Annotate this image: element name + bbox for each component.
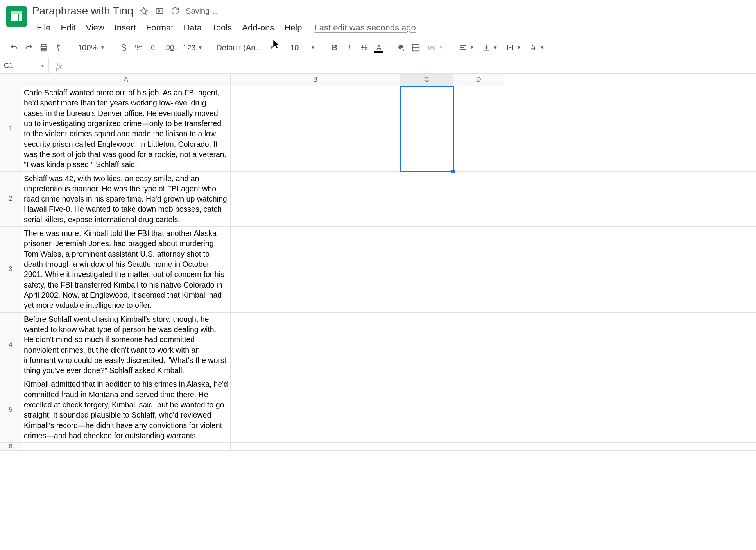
cell-b5[interactable] — [231, 377, 400, 442]
cell-d5[interactable] — [453, 377, 504, 442]
menu-data[interactable]: Data — [179, 21, 206, 34]
row-header[interactable]: 3 — [0, 227, 21, 312]
cell-b4[interactable] — [231, 312, 400, 377]
cell-a6[interactable] — [21, 443, 231, 450]
merge-button[interactable]: ▼ — [424, 40, 447, 55]
name-box[interactable]: ▼ — [0, 58, 49, 73]
formula-bar-input[interactable] — [69, 58, 756, 73]
decrease-decimal-button[interactable]: .0← — [147, 40, 161, 55]
saving-status: Saving… — [186, 7, 217, 16]
cell-b3[interactable] — [231, 227, 400, 312]
column-header-d[interactable]: D — [453, 74, 504, 86]
menu-file[interactable]: File — [32, 21, 55, 34]
cell-c3[interactable] — [400, 227, 453, 312]
cell-d4[interactable] — [453, 312, 504, 377]
cell-a3[interactable]: There was more: Kimball told the FBI tha… — [21, 227, 231, 312]
row-header[interactable]: 6 — [0, 443, 21, 450]
menu-format[interactable]: Format — [142, 21, 178, 34]
cell-b2[interactable] — [231, 172, 400, 227]
borders-button[interactable] — [409, 40, 423, 55]
cell-a1[interactable]: Carle Schlaff wanted more out of his job… — [21, 86, 231, 171]
font-select[interactable]: Default (Ari...▼ — [212, 40, 278, 55]
cell-a5[interactable]: Kimball admitted that in addition to his… — [21, 377, 231, 442]
cell-b6[interactable] — [231, 443, 400, 450]
fx-icon: fx — [49, 61, 69, 71]
select-all-corner[interactable] — [0, 74, 21, 86]
vertical-align-button[interactable]: ▼ — [479, 40, 502, 55]
column-header-a[interactable]: A — [21, 74, 231, 86]
cell-b1[interactable] — [231, 86, 400, 171]
cell-a4[interactable]: Before Schlaff went chasing Kimball's st… — [21, 312, 231, 377]
table-row: 3There was more: Kimball told the FBI th… — [0, 227, 756, 312]
text-color-button[interactable]: A — [372, 40, 386, 55]
row-header[interactable]: 4 — [0, 312, 21, 377]
italic-button[interactable]: I — [342, 40, 356, 55]
column-header-c[interactable]: C — [400, 74, 453, 86]
sheets-logo[interactable] — [6, 6, 27, 27]
menu-insert[interactable]: Insert — [110, 21, 141, 34]
table-row: 1Carle Schlaff wanted more out of his jo… — [0, 86, 756, 172]
table-row: 5Kimball admitted that in addition to hi… — [0, 377, 756, 443]
svg-rect-8 — [433, 46, 435, 49]
horizontal-align-button[interactable]: ▼ — [455, 40, 478, 55]
paint-format-button[interactable] — [52, 40, 66, 55]
redo-button[interactable] — [22, 40, 36, 55]
cell-c2[interactable] — [400, 172, 453, 227]
table-row: 2Schlaff was 42, with two kids, an easy … — [0, 172, 756, 227]
row-header[interactable]: 5 — [0, 377, 21, 442]
row-header[interactable]: 2 — [0, 172, 21, 227]
text-wrap-button[interactable]: ▼ — [502, 40, 525, 55]
bold-button[interactable]: B — [327, 40, 341, 55]
currency-button[interactable]: $ — [117, 40, 131, 55]
cell-d3[interactable] — [453, 227, 504, 312]
strikethrough-button[interactable]: S — [357, 40, 371, 55]
last-edit-link[interactable]: Last edit was seconds ago — [314, 23, 416, 33]
menu-edit[interactable]: Edit — [56, 21, 80, 34]
increase-decimal-button[interactable]: .00→ — [162, 40, 180, 55]
more-formats-button[interactable]: 123▼ — [181, 40, 204, 55]
name-box-input[interactable] — [4, 62, 31, 70]
cell-d2[interactable] — [453, 172, 504, 227]
print-button[interactable] — [37, 40, 51, 55]
cell-d1[interactable] — [453, 86, 504, 171]
column-header-b[interactable]: B — [231, 74, 400, 86]
row-header[interactable]: 1 — [0, 86, 21, 171]
cell-c6[interactable] — [400, 443, 453, 450]
cell-c1[interactable] — [400, 86, 453, 171]
zoom-select[interactable]: 100%▼ — [74, 40, 109, 55]
cell-d6[interactable] — [453, 443, 504, 450]
svg-rect-7 — [429, 46, 431, 49]
menu-help[interactable]: Help — [279, 21, 306, 34]
fill-color-button[interactable] — [394, 40, 408, 55]
table-row: 4Before Schlaff went chasing Kimball's s… — [0, 312, 756, 378]
cell-c4[interactable] — [400, 312, 453, 377]
cloud-sync-icon — [170, 6, 180, 16]
menu-view[interactable]: View — [81, 21, 109, 34]
percent-button[interactable]: % — [132, 40, 146, 55]
menu-tools[interactable]: Tools — [207, 21, 236, 34]
font-size-select[interactable]: 10▼ — [286, 40, 319, 55]
text-rotation-button[interactable]: ▼ — [526, 40, 548, 55]
cell-c5[interactable] — [400, 377, 453, 442]
move-icon[interactable] — [154, 6, 165, 16]
cell-a2[interactable]: Schlaff was 42, with two kids, an easy s… — [21, 172, 231, 227]
star-icon[interactable] — [139, 6, 149, 16]
document-title[interactable]: Paraphrase with Tinq — [32, 5, 133, 17]
table-row: 6 — [0, 443, 756, 451]
menu-addons[interactable]: Add-ons — [237, 21, 279, 34]
undo-button[interactable] — [7, 40, 21, 55]
